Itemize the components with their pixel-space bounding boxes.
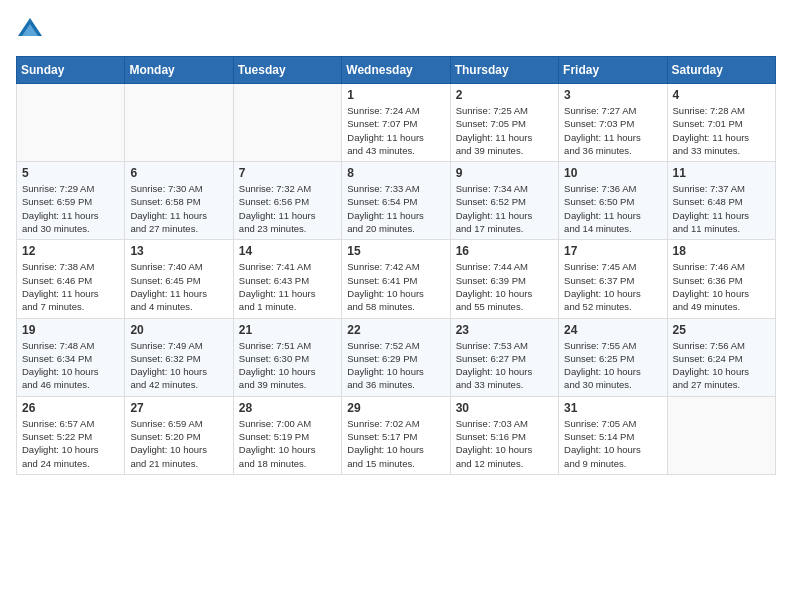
calendar-cell: 24Sunrise: 7:55 AM Sunset: 6:25 PM Dayli…	[559, 318, 667, 396]
day-info: Sunrise: 7:53 AM Sunset: 6:27 PM Dayligh…	[456, 339, 553, 392]
calendar-week-row: 5Sunrise: 7:29 AM Sunset: 6:59 PM Daylig…	[17, 162, 776, 240]
calendar-week-row: 26Sunrise: 6:57 AM Sunset: 5:22 PM Dayli…	[17, 396, 776, 474]
day-number: 17	[564, 244, 661, 258]
calendar-cell: 25Sunrise: 7:56 AM Sunset: 6:24 PM Dayli…	[667, 318, 775, 396]
calendar-cell: 6Sunrise: 7:30 AM Sunset: 6:58 PM Daylig…	[125, 162, 233, 240]
day-number: 10	[564, 166, 661, 180]
day-info: Sunrise: 7:45 AM Sunset: 6:37 PM Dayligh…	[564, 260, 661, 313]
day-number: 11	[673, 166, 770, 180]
logo	[16, 16, 48, 44]
day-info: Sunrise: 7:38 AM Sunset: 6:46 PM Dayligh…	[22, 260, 119, 313]
day-number: 13	[130, 244, 227, 258]
calendar-cell: 17Sunrise: 7:45 AM Sunset: 6:37 PM Dayli…	[559, 240, 667, 318]
calendar-cell: 4Sunrise: 7:28 AM Sunset: 7:01 PM Daylig…	[667, 84, 775, 162]
day-number: 8	[347, 166, 444, 180]
calendar-cell: 18Sunrise: 7:46 AM Sunset: 6:36 PM Dayli…	[667, 240, 775, 318]
day-info: Sunrise: 7:05 AM Sunset: 5:14 PM Dayligh…	[564, 417, 661, 470]
calendar-header-monday: Monday	[125, 57, 233, 84]
day-number: 18	[673, 244, 770, 258]
day-number: 20	[130, 323, 227, 337]
calendar-cell: 30Sunrise: 7:03 AM Sunset: 5:16 PM Dayli…	[450, 396, 558, 474]
calendar-cell: 29Sunrise: 7:02 AM Sunset: 5:17 PM Dayli…	[342, 396, 450, 474]
day-info: Sunrise: 7:30 AM Sunset: 6:58 PM Dayligh…	[130, 182, 227, 235]
day-info: Sunrise: 7:28 AM Sunset: 7:01 PM Dayligh…	[673, 104, 770, 157]
day-number: 30	[456, 401, 553, 415]
calendar-cell: 1Sunrise: 7:24 AM Sunset: 7:07 PM Daylig…	[342, 84, 450, 162]
calendar-header-wednesday: Wednesday	[342, 57, 450, 84]
calendar-table: SundayMondayTuesdayWednesdayThursdayFrid…	[16, 56, 776, 475]
calendar-cell: 10Sunrise: 7:36 AM Sunset: 6:50 PM Dayli…	[559, 162, 667, 240]
day-number: 29	[347, 401, 444, 415]
calendar-cell: 22Sunrise: 7:52 AM Sunset: 6:29 PM Dayli…	[342, 318, 450, 396]
calendar-cell: 13Sunrise: 7:40 AM Sunset: 6:45 PM Dayli…	[125, 240, 233, 318]
calendar-cell: 5Sunrise: 7:29 AM Sunset: 6:59 PM Daylig…	[17, 162, 125, 240]
day-info: Sunrise: 7:44 AM Sunset: 6:39 PM Dayligh…	[456, 260, 553, 313]
calendar-cell: 14Sunrise: 7:41 AM Sunset: 6:43 PM Dayli…	[233, 240, 341, 318]
day-info: Sunrise: 7:33 AM Sunset: 6:54 PM Dayligh…	[347, 182, 444, 235]
day-number: 4	[673, 88, 770, 102]
day-info: Sunrise: 7:02 AM Sunset: 5:17 PM Dayligh…	[347, 417, 444, 470]
day-info: Sunrise: 7:51 AM Sunset: 6:30 PM Dayligh…	[239, 339, 336, 392]
day-info: Sunrise: 7:48 AM Sunset: 6:34 PM Dayligh…	[22, 339, 119, 392]
day-info: Sunrise: 7:46 AM Sunset: 6:36 PM Dayligh…	[673, 260, 770, 313]
day-info: Sunrise: 7:36 AM Sunset: 6:50 PM Dayligh…	[564, 182, 661, 235]
calendar-cell: 19Sunrise: 7:48 AM Sunset: 6:34 PM Dayli…	[17, 318, 125, 396]
day-number: 6	[130, 166, 227, 180]
day-info: Sunrise: 7:03 AM Sunset: 5:16 PM Dayligh…	[456, 417, 553, 470]
day-info: Sunrise: 6:57 AM Sunset: 5:22 PM Dayligh…	[22, 417, 119, 470]
calendar-header-sunday: Sunday	[17, 57, 125, 84]
calendar-header-thursday: Thursday	[450, 57, 558, 84]
calendar-cell: 31Sunrise: 7:05 AM Sunset: 5:14 PM Dayli…	[559, 396, 667, 474]
calendar-cell: 7Sunrise: 7:32 AM Sunset: 6:56 PM Daylig…	[233, 162, 341, 240]
day-info: Sunrise: 7:37 AM Sunset: 6:48 PM Dayligh…	[673, 182, 770, 235]
page-header	[16, 16, 776, 44]
calendar-header-tuesday: Tuesday	[233, 57, 341, 84]
calendar-week-row: 1Sunrise: 7:24 AM Sunset: 7:07 PM Daylig…	[17, 84, 776, 162]
day-info: Sunrise: 7:34 AM Sunset: 6:52 PM Dayligh…	[456, 182, 553, 235]
day-info: Sunrise: 7:24 AM Sunset: 7:07 PM Dayligh…	[347, 104, 444, 157]
day-info: Sunrise: 7:56 AM Sunset: 6:24 PM Dayligh…	[673, 339, 770, 392]
day-number: 14	[239, 244, 336, 258]
day-number: 12	[22, 244, 119, 258]
calendar-week-row: 12Sunrise: 7:38 AM Sunset: 6:46 PM Dayli…	[17, 240, 776, 318]
day-number: 1	[347, 88, 444, 102]
day-info: Sunrise: 7:49 AM Sunset: 6:32 PM Dayligh…	[130, 339, 227, 392]
calendar-cell: 26Sunrise: 6:57 AM Sunset: 5:22 PM Dayli…	[17, 396, 125, 474]
day-info: Sunrise: 6:59 AM Sunset: 5:20 PM Dayligh…	[130, 417, 227, 470]
calendar-header-row: SundayMondayTuesdayWednesdayThursdayFrid…	[17, 57, 776, 84]
day-info: Sunrise: 7:40 AM Sunset: 6:45 PM Dayligh…	[130, 260, 227, 313]
calendar-cell: 23Sunrise: 7:53 AM Sunset: 6:27 PM Dayli…	[450, 318, 558, 396]
calendar-cell	[233, 84, 341, 162]
day-number: 31	[564, 401, 661, 415]
calendar-cell: 9Sunrise: 7:34 AM Sunset: 6:52 PM Daylig…	[450, 162, 558, 240]
calendar-week-row: 19Sunrise: 7:48 AM Sunset: 6:34 PM Dayli…	[17, 318, 776, 396]
calendar-cell: 8Sunrise: 7:33 AM Sunset: 6:54 PM Daylig…	[342, 162, 450, 240]
calendar-cell	[667, 396, 775, 474]
calendar-cell	[17, 84, 125, 162]
day-info: Sunrise: 7:29 AM Sunset: 6:59 PM Dayligh…	[22, 182, 119, 235]
day-number: 15	[347, 244, 444, 258]
calendar-cell	[125, 84, 233, 162]
day-number: 5	[22, 166, 119, 180]
day-number: 7	[239, 166, 336, 180]
day-info: Sunrise: 7:32 AM Sunset: 6:56 PM Dayligh…	[239, 182, 336, 235]
day-number: 22	[347, 323, 444, 337]
day-info: Sunrise: 7:00 AM Sunset: 5:19 PM Dayligh…	[239, 417, 336, 470]
calendar-header-saturday: Saturday	[667, 57, 775, 84]
calendar-header-friday: Friday	[559, 57, 667, 84]
day-number: 26	[22, 401, 119, 415]
day-info: Sunrise: 7:52 AM Sunset: 6:29 PM Dayligh…	[347, 339, 444, 392]
calendar-cell: 20Sunrise: 7:49 AM Sunset: 6:32 PM Dayli…	[125, 318, 233, 396]
calendar-cell: 21Sunrise: 7:51 AM Sunset: 6:30 PM Dayli…	[233, 318, 341, 396]
day-number: 28	[239, 401, 336, 415]
logo-icon	[16, 16, 44, 44]
calendar-cell: 16Sunrise: 7:44 AM Sunset: 6:39 PM Dayli…	[450, 240, 558, 318]
day-number: 16	[456, 244, 553, 258]
calendar-cell: 27Sunrise: 6:59 AM Sunset: 5:20 PM Dayli…	[125, 396, 233, 474]
day-number: 19	[22, 323, 119, 337]
calendar-cell: 3Sunrise: 7:27 AM Sunset: 7:03 PM Daylig…	[559, 84, 667, 162]
day-number: 2	[456, 88, 553, 102]
calendar-cell: 2Sunrise: 7:25 AM Sunset: 7:05 PM Daylig…	[450, 84, 558, 162]
day-number: 21	[239, 323, 336, 337]
day-number: 3	[564, 88, 661, 102]
